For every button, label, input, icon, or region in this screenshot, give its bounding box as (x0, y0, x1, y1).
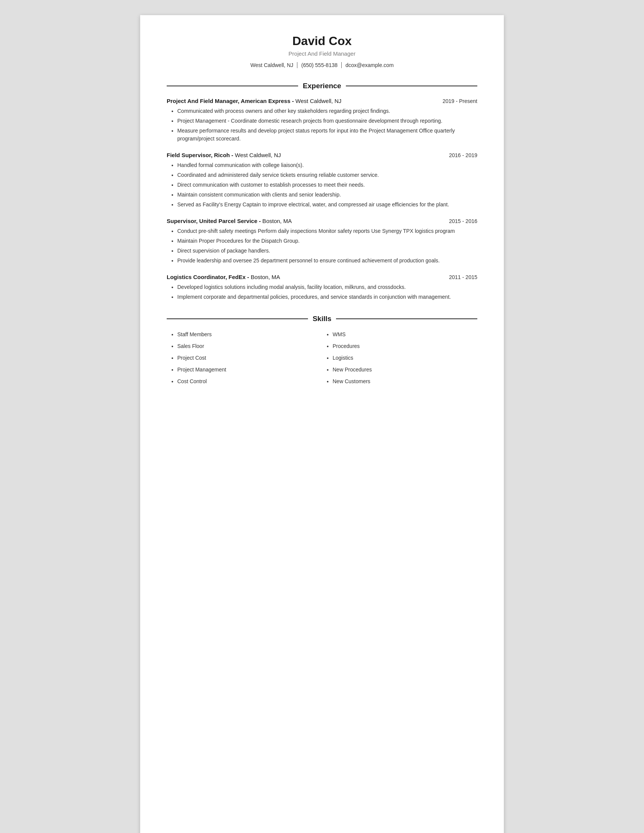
skills-left-column: Staff Members Sales Floor Project Cost P… (167, 331, 322, 389)
resume-container: David Cox Project And Field Manager West… (140, 15, 504, 833)
job-1-bullet-2: Project Management - Coordinate domestic… (177, 117, 477, 125)
experience-section-title: Experience (303, 82, 341, 90)
skill-cost-control: Cost Control (177, 378, 322, 386)
job-3-bullets: Conduct pre-shift safety meetings Perfor… (167, 227, 477, 265)
skill-procedures: Procedures (333, 342, 477, 350)
job-3-bullet-4: Provide leadership and oversee 25 depart… (177, 257, 477, 265)
experience-section-header: Experience (167, 82, 477, 90)
job-4-bullet-1: Developed logistics solutions including … (177, 283, 477, 291)
job-1-title-company: Project And Field Manager, American Expr… (167, 98, 341, 104)
skills-section: Skills Staff Members Sales Floor Project… (167, 315, 477, 389)
contact-email: dcox@example.com (346, 62, 394, 68)
candidate-title: Project And Field Manager (167, 50, 477, 57)
job-2-bullet-1: Handled formal communication with colleg… (177, 161, 477, 169)
skills-right-column: WMS Procedures Logistics New Procedures … (322, 331, 477, 389)
section-line-left (167, 85, 298, 86)
skill-staff-members: Staff Members (177, 331, 322, 338)
job-3-header: Supervisor, United Parcel Service - Bost… (167, 218, 477, 224)
job-1: Project And Field Manager, American Expr… (167, 98, 477, 143)
section-line-right (346, 85, 477, 86)
job-1-bullet-1: Communicated with process owners and oth… (177, 107, 477, 115)
contact-info: West Caldwell, NJ (650) 555-8138 dcox@ex… (167, 62, 477, 68)
job-1-location: West Caldwell, NJ (294, 98, 342, 104)
job-2-bullet-5: Served as Facility's Energy Captain to i… (177, 201, 477, 209)
skill-logistics: Logistics (333, 354, 477, 362)
job-3: Supervisor, United Parcel Service - Bost… (167, 218, 477, 265)
job-3-dates: 2015 - 2016 (449, 218, 477, 224)
job-2-title-company: Field Supervisor, Ricoh - West Caldwell,… (167, 152, 281, 158)
job-3-bullet-2: Maintain Proper Procedures for the Dispa… (177, 237, 477, 245)
candidate-name: David Cox (167, 34, 477, 48)
experience-section: Experience Project And Field Manager, Am… (167, 82, 477, 301)
job-2-bullets: Handled formal communication with colleg… (167, 161, 477, 209)
job-2-dates: 2016 - 2019 (449, 152, 477, 158)
job-3-bullet-1: Conduct pre-shift safety meetings Perfor… (177, 227, 477, 235)
skill-project-cost: Project Cost (177, 354, 322, 362)
skill-new-customers: New Customers (333, 378, 477, 386)
job-3-title-company: Supervisor, United Parcel Service - Bost… (167, 218, 292, 224)
skills-grid: Staff Members Sales Floor Project Cost P… (167, 331, 477, 389)
skill-project-management: Project Management (177, 366, 322, 374)
skill-new-procedures: New Procedures (333, 366, 477, 374)
contact-divider-1 (297, 62, 297, 68)
job-4-header: Logistics Coordinator, FedEx - Boston, M… (167, 274, 477, 280)
skill-sales-floor: Sales Floor (177, 342, 322, 350)
job-1-dates: 2019 - Present (443, 98, 477, 104)
job-2-bullet-4: Maintain consistent communication with c… (177, 191, 477, 199)
job-4: Logistics Coordinator, FedEx - Boston, M… (167, 274, 477, 301)
contact-phone: (650) 555-8138 (301, 62, 338, 68)
resume-header: David Cox Project And Field Manager West… (167, 34, 477, 68)
skills-section-header: Skills (167, 315, 477, 323)
job-3-title-bold: Supervisor, United Parcel Service - (167, 218, 261, 224)
job-2: Field Supervisor, Ricoh - West Caldwell,… (167, 152, 477, 209)
job-4-location: Boston, MA (249, 274, 280, 280)
skill-wms: WMS (333, 331, 477, 338)
job-2-bullet-2: Coordinated and administered daily servi… (177, 171, 477, 179)
job-1-bullet-3: Measure performance results and develop … (177, 127, 477, 143)
job-1-title-bold: Project And Field Manager, American Expr… (167, 98, 294, 104)
job-3-location: Boston, MA (261, 218, 292, 224)
job-3-bullet-3: Direct supervision of package handlers. (177, 247, 477, 255)
job-4-title-company: Logistics Coordinator, FedEx - Boston, M… (167, 274, 280, 280)
job-2-bullet-3: Direct communication with customer to es… (177, 181, 477, 189)
job-2-title-bold: Field Supervisor, Ricoh - (167, 152, 233, 158)
skills-line-right (336, 318, 477, 319)
job-2-location: West Caldwell, NJ (233, 152, 281, 158)
job-4-dates: 2011 - 2015 (449, 274, 477, 280)
skills-section-title: Skills (312, 315, 332, 323)
job-1-header: Project And Field Manager, American Expr… (167, 98, 477, 104)
job-4-bullet-2: Implement corporate and departmental pol… (177, 293, 477, 301)
job-1-bullets: Communicated with process owners and oth… (167, 107, 477, 143)
contact-location: West Caldwell, NJ (250, 62, 293, 68)
job-4-title-bold: Logistics Coordinator, FedEx - (167, 274, 249, 280)
contact-divider-2 (341, 62, 342, 68)
job-4-bullets: Developed logistics solutions including … (167, 283, 477, 301)
job-2-header: Field Supervisor, Ricoh - West Caldwell,… (167, 152, 477, 158)
skills-line-left (167, 318, 308, 319)
